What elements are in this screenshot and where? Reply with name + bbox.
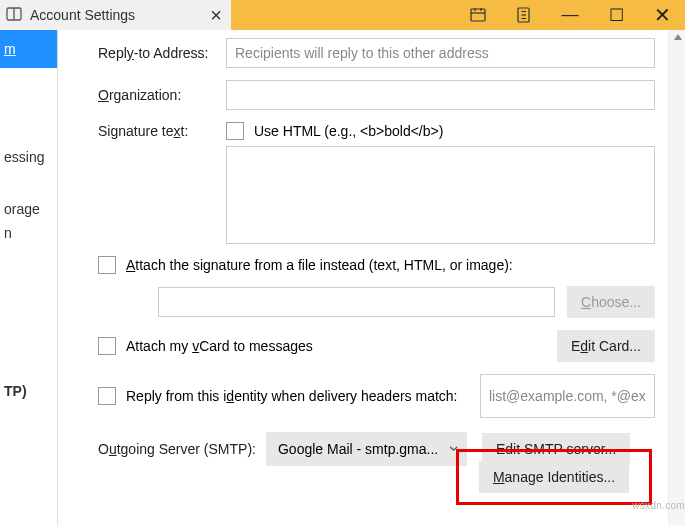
reply-identity-row: Reply from this identity when delivery h… [98,374,655,418]
choose-button[interactable]: Choose... [567,286,655,318]
signature-textarea-row [98,146,655,244]
sidebar-item-1[interactable]: essing [0,138,57,176]
organization-label: Organization: [98,87,226,103]
sidebar-item-label: orage [4,201,40,217]
sidebar-item-label: m [4,41,16,57]
manage-identities-button[interactable]: Manage Identities... [479,461,629,493]
main-panel: Reply-to Address: Organization: Signatur… [58,30,685,525]
window-close-button[interactable]: ✕ [639,0,685,30]
vcard-label: Attach my vCard to messages [126,338,557,354]
scrollbar[interactable] [668,30,685,525]
use-html-label: Use HTML (e.g., <b>bold</b>) [254,123,443,139]
sidebar-item-3[interactable]: n [0,214,57,252]
reply-identity-input[interactable] [480,374,655,418]
reply-to-row: Reply-to Address: [98,38,655,68]
titlebar-tab: Account Settings × [0,0,231,30]
smtp-select[interactable]: Google Mail - smtp.gma... [266,432,467,466]
signature-text-row: Signature text: Use HTML (e.g., <b>bold<… [98,122,655,140]
use-html-checkbox[interactable] [226,122,244,140]
tab-close-icon[interactable]: × [201,0,231,30]
vcard-row: Attach my vCard to messages Edit Card... [98,330,655,362]
vcard-checkbox[interactable] [98,337,116,355]
smtp-select-inner[interactable]: Google Mail - smtp.gma... [266,432,467,466]
reply-identity-checkbox[interactable] [98,387,116,405]
smtp-label: Outgoing Server (SMTP): [98,441,256,457]
sidebar-item-4[interactable]: TP) [0,372,57,410]
window-title: Account Settings [30,7,201,23]
edit-card-button[interactable]: Edit Card... [557,330,655,362]
calendar-icon[interactable] [455,0,501,30]
reply-to-input[interactable] [226,38,655,68]
signature-file-input[interactable] [158,287,555,317]
sidebar: m essing orage n TP) [0,30,58,525]
watermark: wsxdn.com [632,500,685,511]
sidebar-item-0[interactable]: m [0,30,57,68]
app-icon [6,6,22,25]
signature-textarea[interactable] [226,146,655,244]
sidebar-item-label: TP) [4,383,27,399]
titlebar: Account Settings × — ☐ ✕ [0,0,685,30]
attach-signature-checkbox[interactable] [98,256,116,274]
organization-input[interactable] [226,80,655,110]
addressbook-icon[interactable] [501,0,547,30]
attach-signature-row: Attach the signature from a file instead… [98,256,655,274]
attach-file-row: Choose... [98,286,655,318]
reply-to-label: Reply-to Address: [98,45,226,61]
window-maximize-button[interactable]: ☐ [593,0,639,30]
sidebar-item-label: essing [4,149,44,165]
titlebar-right: — ☐ ✕ [231,0,685,30]
attach-signature-label: Attach the signature from a file instead… [126,257,513,273]
client-area: m essing orage n TP) Reply-to Address: O… [0,30,685,525]
scroll-up-icon[interactable] [674,34,682,42]
signature-label: Signature text: [98,123,226,139]
sidebar-item-label: n [4,225,12,241]
organization-row: Organization: [98,80,655,110]
svg-rect-2 [471,9,485,21]
window-minimize-button[interactable]: — [547,0,593,30]
reply-identity-label: Reply from this identity when delivery h… [126,385,480,407]
